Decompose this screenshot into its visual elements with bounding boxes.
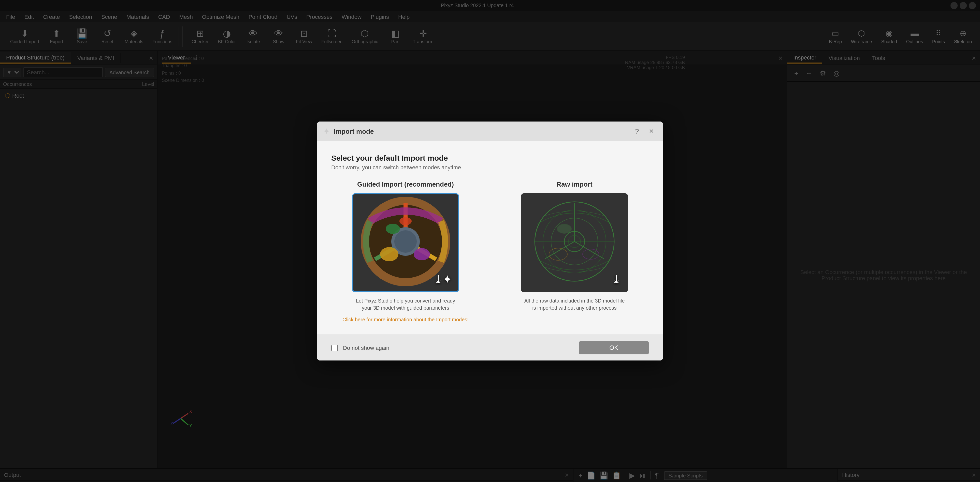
svg-point-10 [380,247,398,262]
guided-import-card[interactable]: ⤓✦ [352,193,459,292]
modal-help-btn[interactable]: ? [632,126,642,136]
guided-import-link[interactable]: Click here for more information about th… [342,317,469,322]
guided-import-image: ⤓✦ [353,194,458,291]
raw-import-image: ⤓ [522,194,627,291]
svg-point-11 [414,248,430,260]
dont-show-checkbox[interactable] [331,344,338,351]
modal-titlebar: ✦ Import mode ? × [317,122,663,141]
raw-import-title: Raw import [557,181,593,188]
raw-import-desc: All the raw data included in the 3D mode… [523,297,625,312]
raw-wheel-svg [523,196,625,290]
modal-logo-icon: ✦ [323,126,330,136]
guided-import-option: Guided Import (recommended) [331,181,480,322]
raw-import-option: Raw import [500,181,649,322]
svg-point-12 [386,224,400,234]
raw-import-card[interactable]: ⤓ [521,193,628,292]
modal-overlay: ✦ Import mode ? × Select your default Im… [0,0,980,482]
guided-import-title: Guided Import (recommended) [357,181,454,188]
svg-point-9 [395,230,417,253]
dont-show-label: Do not show again [343,345,389,351]
ok-button[interactable]: OK [579,341,649,354]
svg-point-13 [399,217,412,225]
modal-body: Select your default Import mode Don't wo… [317,141,663,335]
import-options: Guided Import (recommended) [331,181,649,322]
modal-subtext: Don't worry, you can switch between mode… [331,164,649,170]
modal-heading: Select your default Import mode [331,154,649,162]
modal-close-button[interactable]: × [646,125,657,137]
guided-download-icon: ⤓✦ [434,273,452,286]
raw-download-icon: ⤓ [612,273,621,286]
svg-line-18 [574,241,604,259]
modal-title: Import mode [334,127,628,135]
modal-footer: Do not show again OK [317,335,663,360]
import-modal: ✦ Import mode ? × Select your default Im… [317,122,663,360]
guided-import-desc: Let Pixyz Studio help you convert and re… [355,297,457,312]
svg-point-22 [557,224,571,233]
